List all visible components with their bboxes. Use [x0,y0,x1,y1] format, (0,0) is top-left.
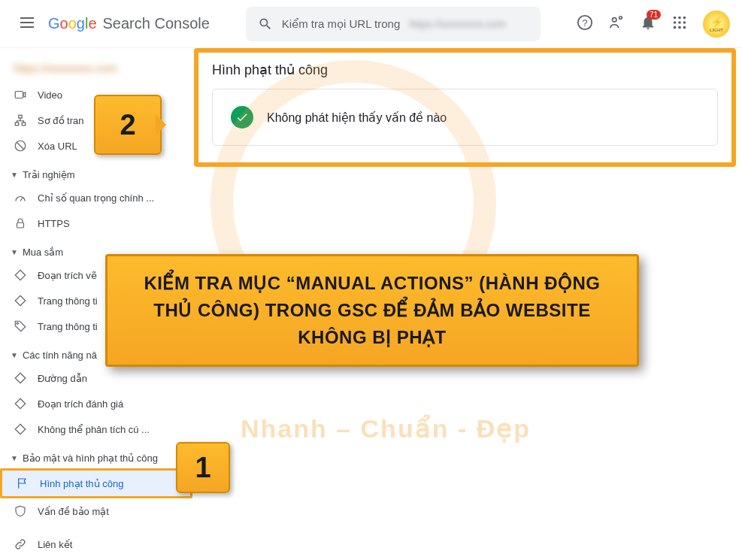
search-input[interactable]: Kiểm tra mọi URL trong https://xxxxxxxx.… [246,7,541,41]
sidebar-section-label: Mua sắm [23,247,63,258]
svg-point-7 [674,21,677,24]
status-card: Không phát hiện thấy vấn đề nào [212,89,718,146]
svg-point-10 [674,26,677,29]
status-message: Không phát hiện thấy vấn đề nào [267,110,447,125]
chevron-down-icon: ▼ [11,248,18,256]
sidebar-item-label: Sơ đồ tran [38,115,84,126]
search-blurred-url: https://xxxxxxxx.com [409,18,505,30]
svg-point-8 [678,21,681,24]
svg-rect-16 [22,123,26,126]
sidebar-item-unparsable[interactable]: Không thể phân tích cú ... [0,416,192,442]
svg-rect-18 [17,222,24,228]
sidebar-item-label: Không thể phân tích cú ... [38,424,150,435]
chevron-down-icon: ▼ [11,454,18,462]
svg-point-3 [619,17,622,20]
search-prefix: Kiểm tra mọi URL trong [282,17,400,31]
sitemap-icon [14,114,27,127]
sidebar-item-links[interactable]: Liên kết [0,531,192,557]
notifications-icon[interactable]: 71 [640,14,656,33]
manual-actions-panel: Hình phạt thủ công Không phát hiện thấy … [194,48,736,167]
property-selector[interactable]: https://xxxxxxxx.com [0,54,192,82]
page-title: Hình phạt thủ công [212,62,718,78]
sidebar-item-label: Xóa URL [38,141,77,152]
sidebar-item-settings[interactable]: Cài đặt [0,557,192,560]
lock-icon [14,216,27,230]
chevron-down-icon: ▼ [11,171,18,179]
annotation-callout-2: 2 [94,95,162,155]
svg-point-19 [17,322,18,324]
search-icon [258,17,273,32]
sidebar-item-manual-actions[interactable]: Hình phạt thủ công [0,468,192,498]
shield-icon [14,504,27,518]
diamond-icon [14,397,27,410]
menu-icon[interactable] [12,8,42,40]
sidebar-item-security-issues[interactable]: Vấn đề bảo mật [0,498,192,524]
diamond-icon [14,294,27,307]
svg-point-9 [683,21,686,24]
sidebar-item-breadcrumbs[interactable]: Đường dẫn [0,365,192,391]
sidebar-item-label: HTTPS [38,218,70,229]
annotation-callout-1: 1 [176,442,230,493]
sidebar-section-label: Bảo mật và hình phạt thủ công [23,453,158,464]
sidebar-item-label: Video [38,89,62,101]
check-icon [231,106,253,129]
sidebar-item-label: Hình phạt thủ công [40,478,123,489]
sidebar-item-label: Đường dẫn [38,373,87,384]
sidebar-item-core-web-vitals[interactable]: Chỉ số quan trọng chính ... [0,185,192,210]
svg-rect-14 [19,115,23,118]
notification-badge: 71 [647,10,661,20]
diamond-icon [14,422,27,436]
svg-rect-13 [15,92,23,98]
svg-point-6 [683,17,686,20]
light-badge-icon[interactable]: ⚡ LIGHT [703,11,730,38]
sidebar-item-label: Trang thông ti [38,295,98,307]
speed-icon [14,191,27,204]
sidebar-item-label: Liên kết [38,539,72,550]
chevron-down-icon: ▼ [11,351,18,359]
sidebar-item-label: Trang thông ti [38,321,98,332]
sidebar-section-experience[interactable]: ▼ Trải nghiệm [0,159,192,185]
sidebar-item-review-snippets[interactable]: Đoạn trích đánh giá [0,391,192,416]
annotation-instruction: KIỂM TRA MỤC “MANUAL ACTIONS” (HÀNH ĐỘNG… [105,254,639,367]
sidebar-item-label: Đoạn trích vẽ [38,270,97,281]
svg-point-12 [683,26,686,29]
svg-text:?: ? [582,17,587,29]
svg-point-5 [678,17,681,20]
sidebar-section-label: Trải nghiệm [23,169,75,180]
svg-point-4 [674,17,677,20]
tag-icon [14,319,27,333]
sidebar-item-https[interactable]: HTTPS [0,210,192,236]
sidebar-section-security[interactable]: ▼ Bảo mật và hình phạt thủ công [0,442,192,468]
sidebar-item-label: Đoạn trích đánh giá [38,398,123,410]
product-name: Search Console [103,15,210,32]
remove-icon [14,139,27,153]
apps-icon[interactable] [671,14,688,33]
sidebar-item-label: Chỉ số quan trọng chính ... [38,192,154,204]
top-bar: Google Search Console Kiểm tra mọi URL t… [0,0,742,48]
diamond-icon [14,371,27,385]
search-wrap: Kiểm tra mọi URL trong https://xxxxxxxx.… [246,7,541,41]
sidebar-item-label: Vấn đề bảo mật [38,506,109,517]
logo[interactable]: Google Search Console [48,15,210,32]
sidebar-section-label: Các tính năng nâ [23,350,97,361]
people-icon[interactable] [608,14,625,33]
links-icon [14,537,27,551]
video-icon [14,88,27,101]
topbar-actions: ? 71 ⚡ LIGHT [577,11,730,38]
flag-icon [16,477,29,490]
help-icon[interactable]: ? [577,14,593,33]
svg-point-11 [678,26,681,29]
svg-point-2 [613,18,617,22]
diamond-icon [14,268,27,282]
svg-rect-15 [15,123,19,126]
